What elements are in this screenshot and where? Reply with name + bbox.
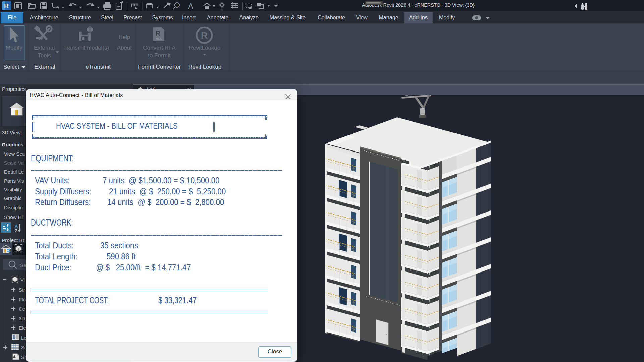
svg-text:Ce: Ce: [19, 306, 25, 312]
svg-text:1: 1: [176, 3, 178, 7]
svg-text:R: R: [156, 29, 161, 37]
svg-text:RevitLookup: RevitLookup: [189, 45, 221, 51]
svg-text:RFA: RFA: [156, 37, 162, 41]
svg-text:Le: Le: [21, 335, 26, 341]
svg-text:Flo: Flo: [19, 297, 26, 302]
svg-text:Str: Str: [19, 287, 25, 293]
svg-text:A: A: [15, 224, 18, 229]
svg-text:to FormIt: to FormIt: [148, 52, 171, 59]
svg-text:Vi: Vi: [20, 277, 25, 283]
svg-text:R: R: [4, 2, 9, 9]
svg-text:Modify: Modify: [6, 45, 23, 51]
svg-text:External: External: [34, 45, 55, 51]
svg-text:Sh: Sh: [21, 354, 26, 360]
svg-text:Z: Z: [15, 228, 17, 233]
svg-text:R: R: [201, 30, 208, 41]
svg-text:Transmit model(s): Transmit model(s): [63, 45, 109, 51]
svg-text:Se: Se: [20, 262, 26, 268]
svg-text:3D: 3D: [19, 316, 25, 321]
svg-text:Convert RFA: Convert RFA: [143, 45, 176, 51]
svg-text:Ele: Ele: [19, 325, 26, 331]
svg-text:Sc: Sc: [21, 345, 26, 350]
svg-text:Help: Help: [119, 34, 130, 40]
svg-text:A: A: [188, 2, 193, 11]
svg-text:About: About: [117, 45, 132, 51]
svg-text:Tools: Tools: [38, 52, 51, 59]
